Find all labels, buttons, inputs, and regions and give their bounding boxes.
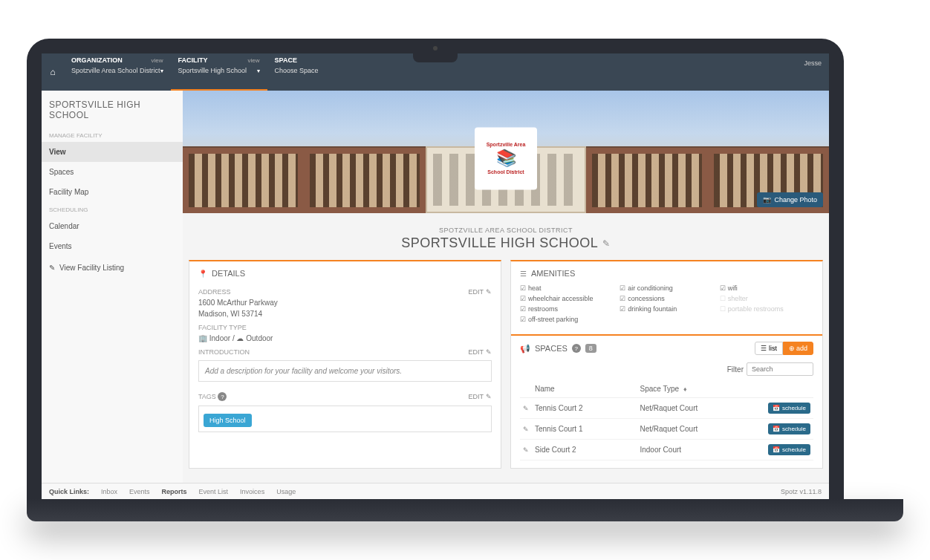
- facility-type-value: 🏢 Indoor / ☁ Outdoor: [198, 333, 492, 344]
- checkbox-checked-icon: ☑: [520, 305, 526, 313]
- sidebar-group-label: SCHEDULING: [42, 202, 183, 216]
- footer-link-invoices[interactable]: Invoices: [240, 488, 264, 495]
- space-name[interactable]: Tennis Court 1: [532, 419, 637, 440]
- checkbox-checked-icon: ☑: [520, 295, 526, 302]
- facility-name: SPORTSVILLE HIGH SCHOOL ✎: [401, 235, 611, 251]
- space-name[interactable]: Side Court 2: [532, 440, 637, 460]
- edit-row-icon[interactable]: ✎: [523, 426, 529, 433]
- amenities-spaces-panel: ☰ AMENITIES ☑heat☑air conditioning☑wifi☑…: [510, 260, 823, 469]
- amenity-concessions[interactable]: ☑concessions: [620, 294, 713, 303]
- sidebar-item-calendar[interactable]: Calendar: [42, 216, 183, 236]
- edit-facility-name-icon[interactable]: ✎: [602, 238, 611, 249]
- nav-section-space[interactable]: SPACE Choose Space: [267, 53, 364, 91]
- checkbox-unchecked-icon: ☐: [720, 295, 726, 302]
- amenity-restrooms[interactable]: ☑restrooms: [520, 305, 614, 313]
- add-icon: ⊕: [789, 345, 795, 352]
- facility-type-label: FACILITY TYPE: [198, 324, 247, 331]
- sidebar-group-label: MANAGE FACILITY: [42, 128, 183, 142]
- amenity-wifi[interactable]: ☑wifi: [720, 284, 813, 293]
- tags-help-icon[interactable]: ?: [218, 392, 227, 401]
- add-space-button[interactable]: ⊕ add: [783, 342, 813, 355]
- amenity-shelter[interactable]: ☐shelter: [720, 294, 813, 303]
- tag-chip[interactable]: High School: [204, 414, 252, 427]
- details-header: 📍 DETAILS: [198, 269, 492, 284]
- sidebar-item-spaces[interactable]: Spaces: [42, 162, 183, 182]
- nav-value: Sportsville High School: [178, 67, 247, 74]
- col-name[interactable]: Name: [532, 380, 637, 398]
- calendar-icon: 📅: [773, 446, 780, 453]
- amenity-wheelchair-accessible[interactable]: ☑wheelchair accessible: [520, 294, 614, 303]
- external-link-label: View Facility Listing: [59, 264, 124, 272]
- nav-section-organization[interactable]: ORGANIZATION view Spotzville Area School…: [64, 53, 171, 91]
- footer-link-inbox[interactable]: Inbox: [101, 488, 117, 495]
- indoor-icon: 🏢: [198, 334, 207, 342]
- home-icon[interactable]: ⌂: [42, 53, 64, 91]
- nav-label: FACILITY: [178, 56, 208, 64]
- edit-tags-button[interactable]: EDIT✎: [468, 393, 492, 400]
- checkbox-unchecked-icon: ☐: [720, 305, 726, 313]
- spaces-count-badge: 8: [585, 344, 596, 353]
- edit-row-icon[interactable]: ✎: [523, 405, 529, 412]
- amenity-air-conditioning[interactable]: ☑air conditioning: [620, 284, 713, 293]
- amenity-portable-restrooms[interactable]: ☐portable restrooms: [720, 305, 813, 313]
- view-facility-listing-link[interactable]: ✎ View Facility Listing: [42, 256, 183, 279]
- address-line1: 1600 McArthur Parkway: [198, 297, 492, 308]
- nav-view-link[interactable]: view: [152, 57, 163, 64]
- list-icon: ☰: [761, 345, 767, 352]
- outdoor-icon: ☁: [236, 334, 244, 342]
- footer-link-event-list[interactable]: Event List: [199, 488, 229, 495]
- nav-view-link[interactable]: view: [248, 57, 260, 64]
- footer-link-usage[interactable]: Usage: [276, 488, 296, 495]
- sidebar-title: SPORTSVILLE HIGH SCHOOL: [42, 97, 183, 128]
- sidebar-item-facility-map[interactable]: Facility Map: [42, 182, 183, 202]
- version-label: Spotz v1.11.8: [781, 488, 822, 495]
- calendar-icon: 📅: [773, 405, 780, 411]
- panels-row: 📍 DETAILS ADDRESS EDIT✎ 1600 McArthur Pa…: [183, 260, 829, 475]
- sort-icon: ♦: [683, 385, 687, 393]
- body-area: SPORTSVILLE HIGH SCHOOL MANAGE FACILITYV…: [42, 91, 829, 483]
- checkbox-checked-icon: ☑: [620, 295, 625, 302]
- nav-section-facility[interactable]: FACILITY view Sportsville High School ▾: [171, 53, 267, 91]
- user-name[interactable]: Jesse: [804, 59, 822, 67]
- pencil-icon: ✎: [486, 393, 492, 400]
- space-type: Net/Raquet Court: [637, 419, 761, 440]
- footer-link-reports[interactable]: Reports: [162, 488, 187, 495]
- hero-image: Sportzville Area 📚 School District 📷 Cha…: [183, 91, 829, 213]
- sidebar-item-view[interactable]: View: [42, 142, 183, 162]
- amenity-drinking-fountain[interactable]: ☑drinking fountain: [620, 305, 713, 313]
- edit-row-icon[interactable]: ✎: [523, 446, 529, 454]
- books-icon: 📚: [496, 149, 516, 168]
- main-content: Sportzville Area 📚 School District 📷 Cha…: [183, 91, 829, 483]
- sidebar: SPORTSVILLE HIGH SCHOOL MANAGE FACILITYV…: [42, 91, 183, 483]
- footer-link-events[interactable]: Events: [129, 488, 150, 495]
- filter-input[interactable]: [747, 362, 813, 376]
- district-logo: Sportzville Area 📚 School District: [475, 127, 537, 189]
- amenities-title: AMENITIES: [531, 269, 575, 278]
- schedule-button[interactable]: 📅schedule: [768, 423, 810, 434]
- col-type[interactable]: Space Type ♦: [637, 380, 761, 398]
- footer-bar: Quick Links: InboxEventsReportsEvent Lis…: [42, 483, 829, 499]
- amenity-off-street-parking[interactable]: ☑off-street parking: [520, 315, 614, 324]
- checkbox-checked-icon: ☑: [720, 284, 726, 292]
- spaces-help-icon[interactable]: ?: [572, 344, 581, 353]
- change-photo-button[interactable]: 📷 Change Photo: [757, 192, 823, 207]
- amenity-heat[interactable]: ☑heat: [520, 284, 614, 293]
- megaphone-icon: 📢: [520, 344, 530, 354]
- table-row: ✎ Side Court 2 Indoor Court 📅schedule: [520, 440, 813, 460]
- space-name[interactable]: Tennis Court 2: [532, 398, 637, 419]
- sidebar-item-events[interactable]: Events: [42, 236, 183, 256]
- checkbox-checked-icon: ☑: [620, 305, 625, 313]
- nav-value: Choose Space: [275, 67, 319, 74]
- schedule-button[interactable]: 📅schedule: [768, 403, 810, 414]
- list-view-button[interactable]: ☰ list: [755, 342, 783, 355]
- edit-address-button[interactable]: EDIT✎: [468, 288, 492, 296]
- app-screen: ⌂ ORGANIZATION view Spotzville Area Scho…: [42, 53, 829, 499]
- edit-introduction-button[interactable]: EDIT✎: [468, 348, 492, 356]
- spaces-header: 📢 SPACES ? 8: [520, 344, 596, 354]
- pencil-icon: ✎: [486, 348, 492, 356]
- camera-icon: 📷: [763, 196, 771, 204]
- checkbox-checked-icon: ☑: [520, 316, 526, 323]
- introduction-box[interactable]: Add a description for your facility and …: [198, 360, 492, 382]
- schedule-button[interactable]: 📅schedule: [768, 444, 810, 455]
- space-type: Indoor Court: [637, 440, 761, 460]
